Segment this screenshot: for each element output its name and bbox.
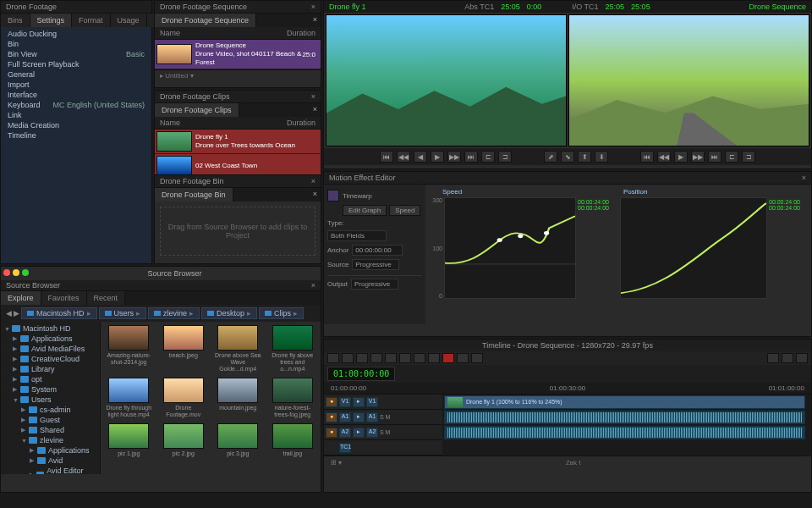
tl-tool[interactable] [471, 353, 483, 363]
tree-item[interactable]: ▶Avid MediaFiles [1, 344, 100, 354]
rec-step-back-button[interactable]: ◀◀ [657, 151, 671, 163]
sb-tab-favorites[interactable]: Favorites [41, 291, 87, 305]
track-rec-a2[interactable]: A2 [366, 428, 378, 438]
rec-mark-out-button[interactable]: ⊐ [742, 151, 755, 163]
track-src-a1[interactable]: A1 [339, 412, 351, 422]
settings-item[interactable]: KeyboardMC English (United States) [1, 100, 151, 110]
anchor-input[interactable] [352, 245, 403, 256]
tab-bins[interactable]: Bins [1, 14, 30, 27]
track-src-v1[interactable]: V1 [339, 397, 351, 407]
fwd-button[interactable]: ▶ [14, 309, 19, 318]
position-graph[interactable] [620, 197, 767, 299]
tab-drone-sequence[interactable]: Drone Footage Sequence [155, 14, 256, 27]
speed-button[interactable]: Speed [389, 205, 420, 216]
tab-format[interactable]: Format [72, 14, 111, 27]
tree-item[interactable]: ▼Macintosh HD [1, 323, 100, 334]
tl-tool[interactable] [782, 353, 793, 363]
settings-item[interactable]: Bin [1, 39, 151, 49]
clip-row[interactable]: Drone fly 1Drone over Trees towards Ocea… [155, 130, 321, 154]
bin-dropzone[interactable]: Drag from Source Browser to add clips to… [160, 207, 315, 256]
goto-end-button[interactable]: ⏭ [464, 151, 478, 163]
settings-item[interactable]: Interface [1, 90, 151, 100]
tab-settings[interactable]: Settings [30, 14, 73, 27]
close-icon[interactable]: × [310, 103, 321, 117]
close-icon[interactable]: × [311, 281, 315, 290]
track-rec-toggle[interactable]: ● [326, 397, 337, 407]
settings-item[interactable]: Media Creation [1, 120, 151, 130]
timeline-ruler[interactable]: 01:00:00:0001:00:30:0001:01:00:00 [324, 383, 811, 395]
tree-item[interactable]: ▶Shared [1, 425, 100, 435]
sb-tab-explore[interactable]: Explore [1, 291, 41, 305]
record-viewer[interactable] [568, 14, 809, 146]
tab-bin[interactable]: Drone Footage Bin [155, 188, 233, 202]
tree-item[interactable]: ▶Library [1, 364, 100, 374]
rec-mark-in-button[interactable]: ⊏ [725, 151, 738, 163]
mark-in-button[interactable]: ⊏ [481, 151, 495, 163]
thumbnail-item[interactable]: Drone Footage.mov [159, 378, 209, 418]
speed-graph[interactable] [444, 197, 576, 299]
rec-goto-end-button[interactable]: ⏭ [708, 151, 721, 163]
settings-item[interactable]: Timeline [1, 130, 151, 141]
mark-out-button[interactable]: ⊐ [498, 151, 512, 163]
back-button[interactable]: ◀ [6, 309, 12, 318]
track-monitor[interactable]: ▸ [353, 428, 365, 438]
tree-item[interactable]: ▼zlevine [1, 435, 100, 445]
play-reverse-button[interactable]: ◀ [414, 151, 427, 163]
close-icon[interactable]: × [310, 14, 321, 27]
play-button[interactable]: ▶ [431, 151, 444, 163]
track-rec-v1[interactable]: V1 [366, 397, 378, 407]
window-close-button[interactable] [3, 269, 10, 276]
settings-item[interactable]: Bin ViewBasic [1, 49, 151, 59]
tl-tool[interactable] [767, 353, 779, 363]
tl-tool[interactable] [385, 353, 397, 363]
thumbnail-item[interactable]: pic 3.jpg [213, 423, 263, 457]
tree-item[interactable]: ▶System [1, 384, 100, 395]
track-rec-toggle[interactable]: ● [326, 428, 337, 438]
settings-item[interactable]: Link [1, 110, 151, 120]
breadcrumb-item[interactable]: Macintosh HD▸ [21, 307, 97, 319]
tl-tool[interactable] [414, 353, 425, 363]
track-rec-toggle[interactable]: ● [326, 412, 337, 422]
sb-tab-recent[interactable]: Recent [87, 291, 126, 305]
sequence-row[interactable]: Drone Sequence Drone Video, shot 040117 … [155, 40, 321, 69]
timeline-clip-area[interactable]: Drone fly 1 (100% to 116% to 245%) [442, 395, 811, 456]
tl-tool[interactable] [457, 353, 469, 363]
settings-item[interactable]: Import [1, 80, 151, 90]
tl-tool[interactable] [356, 353, 368, 363]
extract-button[interactable]: ⬇ [595, 151, 608, 163]
close-icon[interactable]: × [311, 92, 315, 101]
breadcrumb-item[interactable]: Users▸ [99, 307, 147, 319]
thumbnail-item[interactable]: Drone fly above trees and o...n.mp4 [268, 325, 318, 373]
timeline-video-clip[interactable]: Drone fly 1 (100% to 116% to 245%) [444, 395, 805, 409]
tl-tool[interactable] [796, 353, 808, 363]
thumbnail-item[interactable]: beach.jpeg [159, 325, 209, 373]
breadcrumb-item[interactable]: Desktop▸ [201, 307, 257, 319]
tree-item[interactable]: ▶Applications [1, 334, 100, 344]
output-dropdown[interactable] [351, 279, 398, 290]
overwrite-button[interactable]: ⬊ [561, 151, 574, 163]
close-icon[interactable]: × [311, 3, 315, 11]
timeline-audio-clip-1[interactable] [444, 411, 805, 424]
tl-tool[interactable] [399, 353, 411, 363]
thumbnail-item[interactable]: Drone above Sea Wave Golde...d.mp4 [213, 325, 263, 373]
step-fwd-button[interactable]: ▶▶ [447, 151, 461, 163]
close-icon[interactable]: × [311, 177, 315, 185]
tab-usage[interactable]: Usage [111, 14, 147, 27]
settings-item[interactable]: Full Screen Playback [1, 59, 151, 69]
record-button[interactable] [442, 353, 454, 363]
tree-item[interactable]: ▶Guest [1, 415, 100, 425]
close-icon[interactable]: × [310, 188, 321, 202]
tree-item[interactable]: ▶Avid [1, 456, 100, 466]
close-icon[interactable]: × [802, 174, 806, 182]
rec-goto-start-button[interactable]: ⏮ [640, 151, 654, 163]
thumbnail-item[interactable]: trail.jpg [268, 423, 318, 457]
track-monitor[interactable]: ▸ [353, 397, 365, 407]
timewarp-icon[interactable] [327, 190, 339, 202]
tl-tool[interactable] [428, 353, 440, 363]
type-dropdown[interactable] [327, 230, 387, 241]
tree-item[interactable]: ▶Applications [1, 445, 100, 456]
window-minimize-button[interactable] [13, 269, 19, 276]
thumbnail-item[interactable]: pic 2.jpg [159, 423, 209, 457]
thumbnail-item[interactable]: pic 1.jpg [104, 423, 154, 457]
track-tc1[interactable]: TC1 [339, 443, 351, 453]
